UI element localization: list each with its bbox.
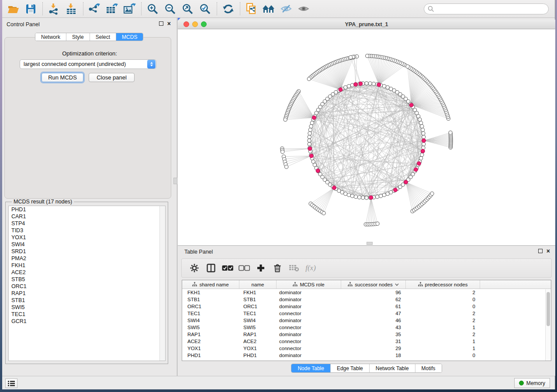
network-node[interactable] [354, 195, 357, 199]
select-all-button[interactable] [221, 261, 234, 275]
network-hub-node[interactable] [354, 83, 358, 86]
export-network-button[interactable] [87, 2, 102, 16]
network-node[interactable] [344, 192, 347, 196]
network-node[interactable] [389, 87, 393, 90]
table-scrollbar-thumb[interactable] [547, 292, 550, 326]
network-hub-node[interactable] [404, 180, 408, 184]
network-fan-node[interactable] [349, 55, 353, 59]
column-header-predecessor-nodes[interactable]: predecessor nodes [406, 280, 480, 289]
network-node[interactable] [344, 86, 347, 89]
mcds-result-item[interactable]: YOX1 [9, 234, 165, 241]
float-table-panel-icon[interactable] [538, 249, 543, 253]
network-node[interactable] [420, 153, 424, 156]
refresh-view-button[interactable] [221, 2, 235, 16]
function-builder-button[interactable]: f(x) [304, 261, 317, 275]
network-node[interactable] [308, 142, 311, 146]
table-row[interactable]: SWI5SWI5connector431 [182, 324, 551, 331]
mcds-result-item[interactable]: PMA2 [9, 255, 165, 262]
network-hub-node[interactable] [308, 147, 312, 151]
task-history-button[interactable] [5, 378, 17, 388]
mcds-result-item[interactable]: STP4 [9, 220, 165, 227]
column-header-shared-name[interactable]: shared name [182, 280, 239, 289]
network-fan-node[interactable] [366, 54, 369, 58]
table-row[interactable]: TEC1TEC1connector472 [182, 310, 551, 317]
first-neighbors-button[interactable] [261, 2, 276, 16]
mcds-result-item[interactable]: RAP1 [9, 290, 165, 297]
zoom-out-button[interactable] [163, 2, 177, 16]
network-hub-node[interactable] [409, 103, 413, 107]
float-panel-icon[interactable] [159, 21, 163, 26]
network-node[interactable] [308, 131, 311, 135]
network-node[interactable] [368, 82, 372, 85]
network-node[interactable] [386, 86, 389, 89]
mcds-result-item[interactable]: TEC1 [9, 311, 165, 318]
network-node[interactable] [310, 121, 314, 124]
mcds-result-item[interactable]: ACE2 [9, 269, 165, 276]
column-header-mcds-role[interactable]: MCDS role [277, 280, 341, 289]
network-node[interactable] [422, 131, 425, 135]
show-all-button[interactable] [296, 2, 311, 16]
mcds-result-item[interactable]: STB5 [9, 276, 165, 283]
network-fan-node[interactable] [322, 211, 325, 215]
duplicate-network-button[interactable] [244, 2, 259, 16]
network-node[interactable] [372, 82, 375, 86]
create-column-button[interactable] [254, 261, 267, 275]
network-node[interactable] [365, 196, 368, 199]
network-hub-node[interactable] [421, 149, 425, 153]
tab-network-table[interactable]: Network Table [370, 364, 415, 372]
network-fan-node[interactable] [281, 150, 284, 154]
network-hub-node[interactable] [359, 82, 363, 86]
network-fan-node[interactable] [376, 222, 379, 225]
network-fan-node[interactable] [285, 165, 288, 168]
memory-button[interactable]: Memory [514, 378, 550, 388]
network-node[interactable] [375, 195, 379, 199]
network-node[interactable] [419, 121, 422, 124]
mcds-result-item[interactable]: SWI4 [9, 241, 165, 248]
table-scrollbar[interactable] [545, 289, 550, 361]
network-node[interactable] [365, 82, 368, 85]
column-header-name[interactable]: name [239, 280, 277, 289]
tab-mcds[interactable]: MCDS [116, 33, 143, 41]
mcds-list-scrollbar[interactable] [159, 206, 165, 361]
network-node[interactable] [347, 84, 350, 88]
network-hub-node[interactable] [309, 154, 313, 158]
import-network-button[interactable] [46, 2, 61, 16]
delete-table-button[interactable] [287, 261, 301, 275]
delete-column-button[interactable] [271, 261, 284, 275]
export-table-button[interactable] [104, 2, 119, 16]
network-hub-node[interactable] [377, 83, 381, 87]
network-hub-node[interactable] [369, 196, 373, 199]
optimization-criterion-select[interactable]: largest connected component (undirected) [20, 59, 156, 69]
horizontal-divider-handle[interactable] [367, 242, 373, 245]
network-node[interactable] [386, 192, 389, 196]
tab-style[interactable]: Style [66, 33, 90, 41]
tab-network[interactable]: Network [35, 33, 66, 41]
network-hub-node[interactable] [394, 188, 398, 192]
mcds-result-item[interactable]: CAR1 [9, 213, 165, 220]
network-canvas[interactable] [178, 29, 555, 245]
mcds-result-item[interactable]: GCR1 [9, 318, 165, 325]
table-row[interactable]: RAP1RAP1dominator352 [182, 331, 551, 338]
network-node[interactable] [311, 160, 315, 163]
network-node[interactable] [382, 84, 386, 88]
network-node[interactable] [382, 193, 386, 196]
mcds-result-item[interactable]: SRD1 [9, 248, 165, 255]
tab-node-table[interactable]: Node Table [291, 364, 331, 372]
close-table-panel-icon[interactable]: × [547, 249, 550, 253]
network-node[interactable] [418, 118, 422, 121]
network-node[interactable] [361, 196, 365, 199]
table-row[interactable]: ORC1ORC1dominator610 [182, 303, 551, 310]
tab-select[interactable]: Select [90, 33, 116, 41]
table-row[interactable]: YOX1YOX1connector291 [182, 345, 551, 352]
close-panel-button[interactable]: Close panel [89, 73, 135, 82]
network-hub-node[interactable] [316, 169, 320, 173]
table-row[interactable]: PHD1PHD1dominator180 [182, 352, 551, 359]
table-row[interactable]: FKH1FKH1dominator962 [182, 289, 551, 296]
network-node[interactable] [340, 190, 344, 194]
column-header-successor-nodes[interactable]: successor nodes [341, 280, 406, 289]
network-hub-node[interactable] [332, 186, 336, 190]
mcds-result-item[interactable]: FKH1 [9, 262, 165, 269]
table-settings-button[interactable] [188, 261, 201, 275]
tab-edge-table[interactable]: Edge Table [331, 364, 370, 372]
zoom-fit-button[interactable] [180, 2, 195, 16]
